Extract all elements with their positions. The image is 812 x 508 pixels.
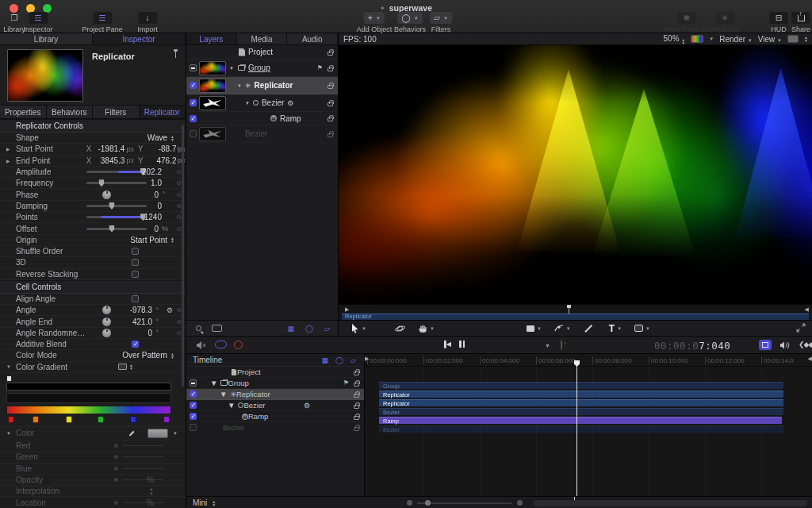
angle-randomness-dial[interactable] (102, 329, 111, 337)
track-ramp[interactable]: Ramp (379, 417, 782, 424)
tab-media[interactable]: Media (237, 33, 288, 44)
track-bezier2[interactable]: Bezier (379, 425, 783, 433)
reverse-stacking-checkbox[interactable] (132, 271, 139, 278)
layer-row-bezier-disabled[interactable]: ▼ Bezier (186, 125, 338, 143)
lock-icon[interactable] (354, 427, 359, 431)
text-tool[interactable]: T▼ (609, 323, 622, 334)
keyframe-icon[interactable] (177, 227, 181, 231)
track-group[interactable]: Group (379, 382, 783, 389)
keyframe-icon[interactable] (177, 204, 181, 208)
ramp-visibility-checkbox[interactable] (190, 115, 197, 122)
view-popup[interactable]: View ▼ (758, 35, 782, 44)
amplitude-slider[interactable] (86, 171, 147, 173)
gradient-stop-purple[interactable] (163, 416, 170, 423)
offset-slider[interactable] (86, 228, 147, 230)
tab-layers[interactable]: Layers (186, 33, 237, 44)
gradient-preset-popup[interactable]: ▲▼ (118, 364, 133, 370)
tab-properties[interactable]: Properties (0, 106, 47, 118)
gradient-opacity-bar[interactable] (6, 383, 171, 391)
bezier2-visibility-checkbox[interactable] (190, 424, 197, 431)
gradient-stop-blue[interactable] (130, 416, 136, 423)
additive-blend-checkbox[interactable] (132, 341, 139, 348)
fullscreen-icon[interactable] (796, 323, 806, 334)
end-x-field[interactable]: 3845.3 (91, 156, 124, 165)
play-range-end-marker[interactable]: ◀ (805, 306, 809, 313)
timeline-row-ramp[interactable]: Ramp (186, 411, 364, 422)
loop-icon[interactable] (215, 341, 227, 348)
points-value[interactable]: 1240 (144, 213, 162, 221)
keyframe-icon[interactable] (177, 320, 181, 324)
hud-button[interactable]: ⊟ HUD (769, 12, 788, 33)
keyframe-icon[interactable] (177, 308, 181, 312)
keyframe-icon[interactable] (177, 215, 181, 219)
timeline-track-area[interactable]: 00:00:00:000 00:00:02:000 00:00:04:000 0… (365, 354, 812, 496)
disclosure-icon[interactable]: ▼ (220, 390, 227, 398)
disclosure-icon[interactable]: ▼ (6, 431, 11, 436)
offset-value[interactable]: 0 (154, 225, 159, 233)
angle-end-value[interactable]: 421.0 (132, 318, 152, 326)
timeline-ruler[interactable]: 00:00:00:000 00:00:02:000 00:00:04:000 0… (365, 354, 812, 367)
disclosure-icon[interactable]: ▼ (210, 379, 217, 387)
disclosure-icon[interactable]: ▼ (6, 364, 11, 369)
damping-value[interactable]: 0 (157, 202, 162, 210)
disclosure-icon[interactable]: ▼ (228, 401, 235, 410)
share-button[interactable]: Share (791, 12, 810, 33)
opacity-stop-handle[interactable] (6, 375, 12, 382)
ramp-visibility-checkbox[interactable] (190, 413, 197, 420)
show-filters-icon[interactable]: ▱ (324, 325, 330, 333)
eyedropper-icon[interactable] (128, 429, 136, 437)
origin-popup[interactable]: Start Point▲▼ (130, 236, 174, 244)
color-well[interactable] (147, 429, 168, 438)
lock-icon[interactable] (327, 102, 333, 106)
align-angle-checkbox[interactable] (132, 295, 139, 302)
inspector-toolbar-button[interactable]: ☲ Inspector (23, 12, 52, 33)
pin-icon[interactable] (175, 52, 176, 58)
lock-icon[interactable] (327, 52, 333, 56)
track-replicator2[interactable]: Replicator (379, 399, 783, 406)
playhead[interactable] (576, 362, 577, 496)
lock-icon[interactable] (327, 85, 333, 89)
disclosure-icon[interactable]: ▼ (245, 101, 250, 106)
layer-row-group[interactable]: ▼ Group ⚑ (186, 60, 338, 77)
lock-icon[interactable] (354, 405, 359, 409)
timeline-zoom-slider[interactable] (417, 502, 512, 504)
timecode-display[interactable]: 00:00:07:040 (654, 340, 730, 352)
show-behaviors-icon[interactable]: ◯ (335, 356, 343, 364)
gear-icon[interactable]: ⚙ (167, 306, 173, 314)
add-object-button[interactable]: +▼ Add Object (357, 12, 393, 33)
show-timeline-icon[interactable] (759, 340, 772, 350)
display-mode-icon[interactable] (787, 35, 799, 43)
bezier-visibility-checkbox[interactable] (190, 99, 197, 106)
filmstrip-icon[interactable] (212, 325, 222, 332)
keyframe-icon[interactable] (177, 193, 181, 197)
timeline-row-group[interactable]: ▼ Group ⚑ (186, 378, 364, 389)
library-toolbar-button[interactable]: ❐ Library (3, 12, 25, 33)
timeline-row-replicator[interactable]: ▼ ✳ Replicator (186, 389, 364, 400)
filters-button[interactable]: ▱▼ Filters (430, 12, 452, 33)
bezier-visibility-checkbox[interactable] (190, 402, 197, 409)
bezier2-visibility-checkbox[interactable] (190, 130, 197, 137)
lock-icon[interactable] (354, 416, 359, 420)
tab-behaviors[interactable]: Behaviors (47, 106, 94, 118)
points-slider[interactable] (86, 216, 147, 218)
keyframe-icon[interactable] (177, 170, 181, 174)
show-replicators-icon[interactable]: ▦ (287, 325, 294, 333)
gradient-color-bar[interactable] (6, 406, 171, 414)
timeline-row-bezier[interactable]: ▼ Bezier ⚙ (186, 400, 364, 411)
timeline-scrollbar[interactable] (534, 500, 807, 506)
timeline-row-project[interactable]: Project (186, 367, 364, 378)
channels-swatch-icon[interactable] (691, 35, 703, 43)
lock-icon[interactable] (327, 117, 333, 121)
phase-value[interactable]: 0 (154, 190, 159, 199)
gradient-stop-red[interactable] (8, 416, 14, 423)
layer-row-bezier[interactable]: ▼ Bezier ⚙ (186, 94, 338, 112)
record-icon[interactable] (234, 341, 243, 349)
group-visibility-checkbox[interactable] (190, 64, 197, 71)
bezier-tool[interactable]: ▼ (554, 324, 571, 333)
pan-tool[interactable]: ▼ (418, 324, 435, 333)
zoom-out-icon[interactable] (407, 500, 412, 506)
search-icon[interactable] (196, 325, 201, 331)
play-range-start-marker[interactable]: ▶ (345, 306, 349, 313)
disclosure-icon[interactable]: ▶ (6, 158, 10, 164)
start-y-field[interactable]: -88.7 (144, 144, 177, 153)
